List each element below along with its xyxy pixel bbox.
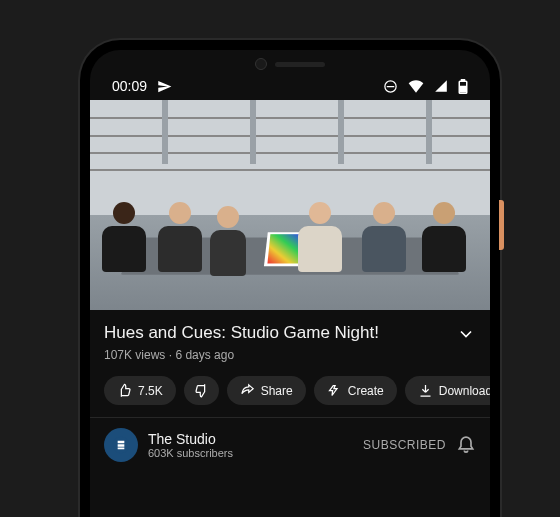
screen: 00:09 [90,50,490,517]
download-icon [418,383,433,398]
download-button[interactable]: Download [405,376,490,405]
create-label: Create [348,384,384,398]
create-icon [327,383,342,398]
share-icon [240,383,255,398]
bell-icon[interactable] [456,433,476,457]
share-button[interactable]: Share [227,376,306,405]
create-button[interactable]: Create [314,376,397,405]
speaker-grille [275,62,325,67]
video-views: 107K views [104,348,165,362]
video-age: 6 days ago [175,348,234,362]
clock: 00:09 [112,78,147,94]
channel-subs: 603K subscribers [148,447,353,459]
like-button[interactable]: 7.5K [104,376,176,405]
download-label: Download [439,384,490,398]
channel-avatar[interactable] [104,428,138,462]
video-meta: 107K views · 6 days ago [104,348,379,362]
share-label: Share [261,384,293,398]
dislike-button[interactable] [184,376,219,405]
subscribe-button[interactable]: SUBSCRIBED [363,438,446,452]
video-title: Hues and Cues: Studio Game Night! [104,322,379,344]
video-player[interactable] [90,100,490,310]
like-count: 7.5K [138,384,163,398]
dnd-icon [383,79,398,94]
wifi-icon [408,79,424,93]
title-row[interactable]: Hues and Cues: Studio Game Night! 107K v… [104,322,476,362]
channel-row[interactable]: The Studio 603K subscribers SUBSCRIBED [90,417,490,472]
front-camera [255,58,267,70]
send-icon [157,79,172,94]
thumbs-down-icon [194,383,209,398]
signal-icon [434,79,448,93]
action-row: 7.5K Share Create Download [90,362,490,417]
svg-rect-4 [461,86,466,91]
phone-frame: 00:09 [80,40,500,517]
chevron-down-icon[interactable] [456,324,476,348]
thumbs-up-icon [117,383,132,398]
notch [255,58,325,70]
svg-rect-3 [462,79,465,81]
battery-icon [458,79,468,94]
power-button[interactable] [499,200,504,250]
channel-name: The Studio [148,431,353,447]
